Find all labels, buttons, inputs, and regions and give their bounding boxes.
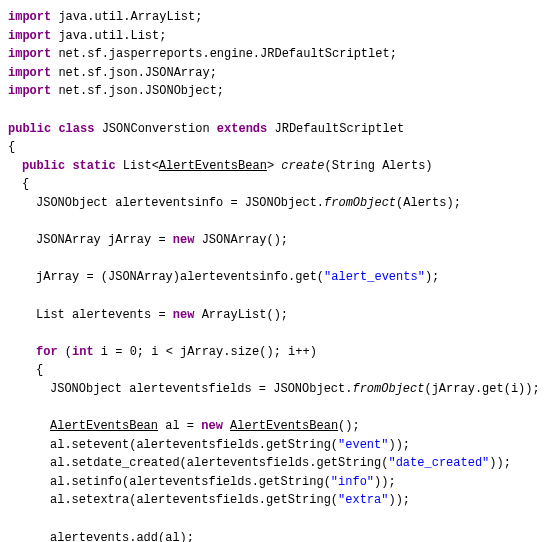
code-text: ); bbox=[425, 270, 439, 284]
string-literal: "date_created" bbox=[388, 456, 489, 470]
import-package: java.util.List; bbox=[51, 29, 166, 43]
import-package: net.sf.json.JSONArray; bbox=[51, 66, 217, 80]
keyword-new: new bbox=[173, 233, 195, 247]
statement: alertevents.add(al); bbox=[8, 529, 536, 542]
blank-line bbox=[8, 398, 536, 417]
method-call: fromObject bbox=[324, 196, 396, 210]
statement: al.setextra(alerteventsfields.getString(… bbox=[8, 491, 536, 510]
keyword-new: new bbox=[201, 419, 223, 433]
blank-line bbox=[8, 510, 536, 529]
keyword-new: new bbox=[173, 308, 195, 322]
method-name: create bbox=[281, 159, 324, 173]
import-line: import net.sf.json.JSONObject; bbox=[8, 82, 536, 101]
code-text: jArray = (JSONArray)alerteventsinfo.get( bbox=[36, 270, 324, 284]
statement: JSONArray jArray = new JSONArray(); bbox=[8, 231, 536, 250]
statement: al.setdate_created(alerteventsfields.get… bbox=[8, 454, 536, 473]
keyword-public: public bbox=[22, 159, 65, 173]
keyword-import: import bbox=[8, 10, 51, 24]
statement: AlertEventsBean al = new AlertEventsBean… bbox=[8, 417, 536, 436]
statement: JSONObject alerteventsinfo = JSONObject.… bbox=[8, 194, 536, 213]
code-text: )); bbox=[388, 493, 410, 507]
blank-line bbox=[8, 213, 536, 232]
code-text: al = bbox=[158, 419, 201, 433]
code-text: al.setevent(alerteventsfields.getString( bbox=[50, 438, 338, 452]
code-text: JSONObject alerteventsinfo = JSONObject. bbox=[36, 196, 324, 210]
code-text: )); bbox=[489, 456, 511, 470]
code-text: (jArray.get(i)); bbox=[424, 382, 539, 396]
return-type: List< bbox=[116, 159, 159, 173]
keyword-static: static bbox=[72, 159, 115, 173]
keyword-extends: extends bbox=[217, 122, 267, 136]
class-declaration: public class JSONConverstion extends JRD… bbox=[8, 120, 536, 139]
code-text: )); bbox=[374, 475, 396, 489]
import-line: import net.sf.jasperreports.engine.JRDef… bbox=[8, 45, 536, 64]
keyword-class: class bbox=[58, 122, 94, 136]
import-package: net.sf.json.JSONObject; bbox=[51, 84, 224, 98]
keyword-public: public bbox=[8, 122, 51, 136]
keyword-import: import bbox=[8, 29, 51, 43]
code-text: al.setextra(alerteventsfields.getString( bbox=[50, 493, 338, 507]
code-text: al.setinfo(alerteventsfields.getString( bbox=[50, 475, 331, 489]
string-literal: "extra" bbox=[338, 493, 388, 507]
keyword-import: import bbox=[8, 84, 51, 98]
import-package: java.util.ArrayList; bbox=[51, 10, 202, 24]
statement: List alertevents = new ArrayList(); bbox=[8, 306, 536, 325]
blank-line bbox=[8, 324, 536, 343]
import-line: import net.sf.json.JSONArray; bbox=[8, 64, 536, 83]
for-loop: for (int i = 0; i < jArray.size(); i++) bbox=[8, 343, 536, 362]
code-text: alertevents.add(al); bbox=[50, 531, 194, 542]
string-literal: "event" bbox=[338, 438, 388, 452]
statement: jArray = (JSONArray)alerteventsinfo.get(… bbox=[8, 268, 536, 287]
code-text: ( bbox=[58, 345, 72, 359]
code-text: (); bbox=[338, 419, 360, 433]
import-package: net.sf.jasperreports.engine.JRDefaultScr… bbox=[51, 47, 397, 61]
string-literal: "info" bbox=[331, 475, 374, 489]
type-alerteventsbean: AlertEventsBean bbox=[159, 159, 267, 173]
code-text: JSONObject alerteventsfields = JSONObjec… bbox=[50, 382, 352, 396]
code-text: )); bbox=[388, 438, 410, 452]
import-line: import java.util.List; bbox=[8, 27, 536, 46]
class-name: JSONConverstion bbox=[94, 122, 216, 136]
statement: al.setinfo(alerteventsfields.getString("… bbox=[8, 473, 536, 492]
parent-class: JRDefaultScriptlet bbox=[267, 122, 404, 136]
brace: { bbox=[8, 138, 536, 157]
keyword-import: import bbox=[8, 66, 51, 80]
blank-line bbox=[8, 250, 536, 269]
code-text bbox=[223, 419, 230, 433]
code-text: al.setdate_created(alerteventsfields.get… bbox=[50, 456, 388, 470]
code-text: (Alerts); bbox=[396, 196, 461, 210]
keyword-import: import bbox=[8, 47, 51, 61]
keyword-int: int bbox=[72, 345, 94, 359]
return-type-close: > bbox=[267, 159, 281, 173]
import-line: import java.util.ArrayList; bbox=[8, 8, 536, 27]
statement: al.setevent(alerteventsfields.getString(… bbox=[8, 436, 536, 455]
code-text: JSONArray jArray = bbox=[36, 233, 173, 247]
string-literal: "alert_events" bbox=[324, 270, 425, 284]
statement: JSONObject alerteventsfields = JSONObjec… bbox=[8, 380, 536, 399]
blank-line bbox=[8, 287, 536, 306]
method-call: fromObject bbox=[352, 382, 424, 396]
method-params: (String Alerts) bbox=[325, 159, 433, 173]
method-declaration: public static List<AlertEventsBean> crea… bbox=[8, 157, 536, 176]
type-alerteventsbean: AlertEventsBean bbox=[230, 419, 338, 433]
code-text: List alertevents = bbox=[36, 308, 173, 322]
brace: { bbox=[8, 361, 536, 380]
blank-line bbox=[8, 101, 536, 120]
code-block: import java.util.ArrayList; import java.… bbox=[8, 8, 536, 542]
keyword-for: for bbox=[36, 345, 58, 359]
type-alerteventsbean: AlertEventsBean bbox=[50, 419, 158, 433]
code-text: i = 0; i < jArray.size(); i++) bbox=[94, 345, 317, 359]
brace: { bbox=[8, 175, 536, 194]
code-text: JSONArray(); bbox=[194, 233, 288, 247]
code-text: ArrayList(); bbox=[194, 308, 288, 322]
